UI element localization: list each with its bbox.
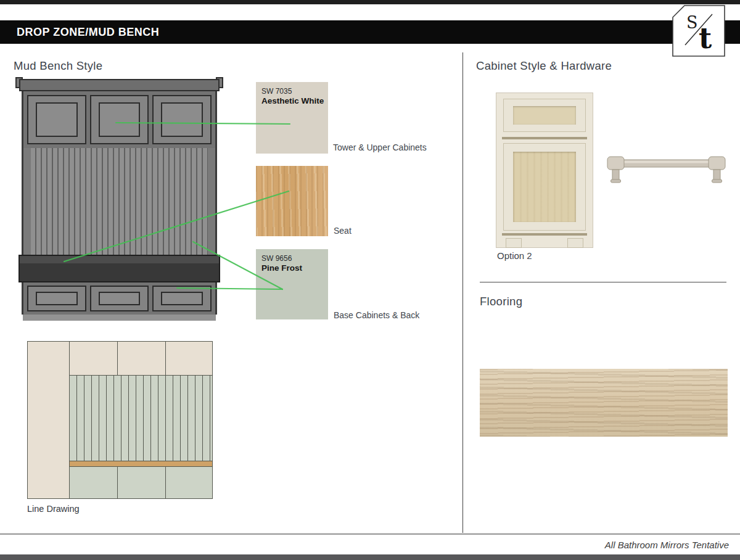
cabinet-door-front: [503, 143, 586, 231]
line-drawing: [27, 341, 213, 499]
footer-rule: [0, 533, 740, 535]
cabinet-drawer-front: [503, 99, 586, 132]
cabinet-reveal-line: [502, 137, 587, 139]
swatch-name: Aesthetic White: [256, 96, 328, 105]
pull-post-left: [612, 170, 619, 180]
upper-cabinet-door: [27, 95, 86, 144]
bench-crown: [19, 79, 220, 91]
wood-swatch-seat: [256, 166, 328, 236]
elevation-upper-cabinet: [165, 341, 213, 376]
swatch-code: SW 7035: [256, 82, 328, 96]
bench-toe-kick: [23, 315, 216, 321]
elevation-base-cabinet: [117, 466, 166, 499]
cabinet-option-label: Option 2: [497, 250, 532, 261]
pull-end-cap-right: [709, 157, 725, 170]
logo-letter-t: t: [699, 22, 712, 55]
beadboard-slats: [31, 148, 208, 255]
design-board-page: DROP ZONE/MUD BENCH S t All Bathroom Mir…: [0, 0, 740, 560]
page-title-bar: DROP ZONE/MUD BENCH: [0, 20, 740, 44]
bench-base-cabinets: [22, 282, 217, 315]
upper-cabinet-door: [152, 95, 212, 144]
cabinet-foot-right: [567, 238, 583, 248]
swatch-label-base-back: Base Cabinets & Back: [334, 310, 419, 320]
swatch-code: SW 9656: [256, 249, 328, 263]
swatch-label-seat: Seat: [334, 226, 352, 236]
elevation-upper-cabinet: [69, 341, 118, 376]
st-monogram-logo: S t: [672, 5, 725, 57]
pull-post-right: [713, 170, 720, 180]
swatch-label-tower-upper: Tower & Upper Cabinets: [333, 142, 427, 152]
drawer-panel: [513, 106, 576, 125]
vertical-section-divider: [462, 52, 463, 533]
cabinet-heading: Cabinet Style & Hardware: [476, 59, 612, 73]
bench-upper-cabinets: [22, 91, 217, 148]
door-panel: [513, 152, 576, 222]
base-cabinet-drawer: [152, 286, 212, 311]
flooring-sample-photo: [480, 369, 728, 437]
logo-letter-s: S: [686, 13, 698, 32]
swatch-name: Pine Frost: [256, 263, 328, 273]
cabinet-reveal-line: [502, 233, 587, 236]
bench-seat: [18, 255, 220, 282]
paint-swatch-pine-frost: SW 9656 Pine Frost: [256, 249, 328, 319]
line-drawing-label: Line Drawing: [27, 504, 80, 514]
upper-cabinet-door: [90, 95, 149, 144]
top-border-strip: [0, 0, 740, 4]
pull-post-foot-right: [712, 179, 722, 183]
cabinet-photo: [496, 93, 593, 248]
elevation-beadboard: [69, 375, 213, 461]
elevation-base-cabinet: [165, 466, 213, 499]
footer-note: All Bathroom Mirrors Tentative: [605, 540, 729, 550]
base-cabinet-drawer: [27, 286, 86, 311]
pull-post-foot-left: [611, 179, 621, 183]
flooring-section-divider: [480, 282, 726, 282]
mud-bench-heading: Mud Bench Style: [14, 59, 102, 73]
bench-beadboard-back: [22, 148, 217, 255]
page-title: DROP ZONE/MUD BENCH: [0, 26, 159, 39]
mud-bench-render: [22, 79, 217, 321]
paint-swatch-aesthetic-white: SW 7035 Aesthetic White: [256, 82, 328, 154]
bottom-border-strip: [0, 554, 740, 560]
pull-bar-highlight: [615, 161, 718, 163]
elevation-base-cabinet: [69, 466, 118, 499]
hardware-pull-photo: [606, 154, 726, 185]
elevation-upper-cabinet: [117, 341, 166, 376]
flooring-heading: Flooring: [480, 295, 522, 308]
elevation-tower: [27, 341, 70, 499]
pull-end-cap-left: [607, 157, 624, 170]
cabinet-foot-left: [506, 238, 522, 248]
base-cabinet-drawer: [90, 286, 149, 311]
